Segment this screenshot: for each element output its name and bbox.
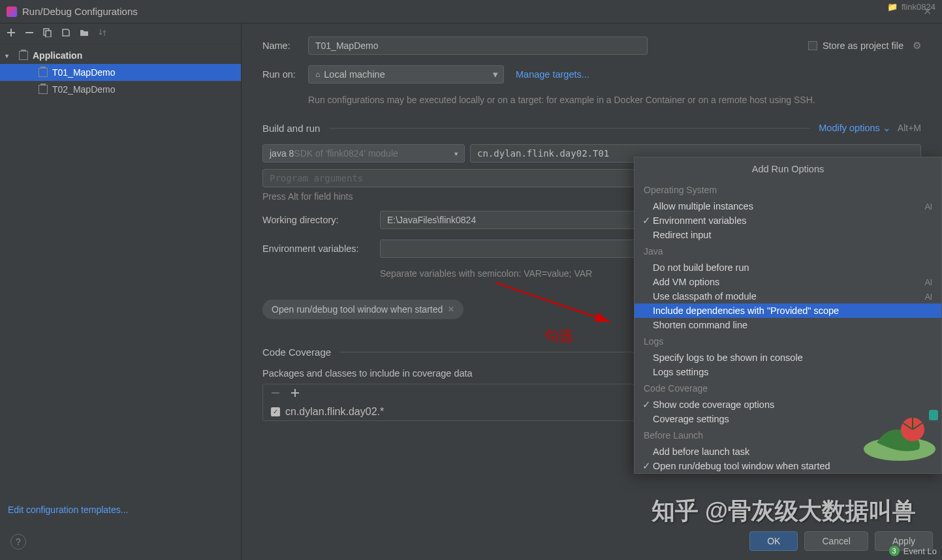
popup-item[interactable]: Include dependencies with "Provided" sco…	[635, 303, 941, 318]
add-icon[interactable]	[7, 28, 16, 39]
svg-rect-7	[291, 392, 299, 394]
modify-shortcut: Alt+M	[898, 123, 921, 133]
folder-icon[interactable]	[80, 28, 89, 39]
open-tool-window-chip: Open run/debug tool window when started …	[262, 300, 463, 319]
tree-root-application[interactable]: ▾ Application	[0, 47, 241, 64]
svg-rect-1	[7, 32, 15, 33]
popup-item-label: Allow multiple instances	[653, 201, 924, 211]
folder-icon: 📁	[887, 2, 898, 12]
popup-item-label: Do not build before run	[653, 262, 932, 273]
application-type-icon	[19, 51, 28, 60]
popup-item[interactable]: Redirect input	[635, 228, 941, 242]
sort-icon[interactable]	[98, 28, 107, 39]
sidebar-toolbar	[0, 23, 241, 44]
popup-item[interactable]: Allow multiple instancesAl	[635, 199, 941, 213]
popup-item[interactable]: ✓Show code coverage options	[635, 397, 941, 412]
env-label: Environment variables:	[262, 243, 380, 254]
popup-item-shortcut: Al	[924, 202, 932, 211]
edit-templates-link[interactable]: Edit configuration templates...	[8, 505, 128, 515]
popup-item[interactable]: Specify logs to be shown in console	[635, 350, 941, 365]
modify-options-link[interactable]: Modify options ⌄	[819, 123, 891, 133]
popup-item-label: Coverage settings	[653, 414, 932, 424]
popup-item-label: Include dependencies with "Provided" sco…	[653, 305, 932, 316]
popup-item-label: Specify logs to be shown in console	[653, 352, 932, 363]
popup-item-label: Shorten command line	[653, 320, 932, 330]
popup-item[interactable]: Add VM optionsAl	[635, 275, 941, 289]
popup-item[interactable]: Logs settings	[635, 365, 941, 379]
svg-rect-2	[25, 32, 33, 33]
add-run-options-popup: Add Run Options Operating SystemAllow mu…	[634, 157, 942, 474]
popup-item-label: Environment variables	[653, 215, 932, 226]
build-run-header: Build and run	[262, 123, 320, 134]
popup-item[interactable]: Use classpath of moduleAl	[635, 289, 941, 303]
expand-icon[interactable]: ▾	[5, 52, 14, 59]
working-dir-label: Working directory:	[262, 215, 380, 225]
intellij-icon	[7, 7, 17, 17]
run-on-select[interactable]: ⌂ Local machine	[308, 65, 504, 84]
popup-item-label: Show code coverage options	[653, 399, 932, 410]
popup-title: Add Run Options	[635, 157, 941, 181]
popup-group-header: Logs	[635, 332, 941, 350]
popup-item-label: Add VM options	[653, 277, 924, 287]
check-icon[interactable]: ✓	[271, 407, 280, 416]
code-coverage-header: Code Coverage	[262, 347, 331, 358]
ok-button[interactable]: OK	[749, 531, 798, 551]
application-icon	[39, 68, 48, 77]
popup-item-shortcut: Al	[924, 277, 932, 287]
sdk-select[interactable]: java 8 SDK of 'flink0824' module	[262, 144, 465, 163]
manage-targets-link[interactable]: Manage targets...	[516, 69, 589, 80]
popup-group-header: Operating System	[635, 181, 941, 199]
popup-item[interactable]: Do not build before run	[635, 260, 941, 275]
remove-icon[interactable]	[25, 28, 34, 39]
popup-item-label: Redirect input	[653, 230, 932, 240]
popup-item[interactable]: Shorten command line	[635, 318, 941, 332]
save-icon[interactable]	[61, 28, 71, 39]
check-icon: ✓	[640, 215, 653, 226]
coverage-add-icon[interactable]	[290, 388, 300, 399]
store-project-label: Store as project file	[823, 40, 903, 51]
popup-group-header: Code Coverage	[635, 379, 941, 397]
gear-icon[interactable]: ⚙	[913, 40, 921, 51]
popup-item-label: Use classpath of module	[653, 291, 924, 302]
run-on-label: Run on:	[262, 69, 308, 80]
cancel-button[interactable]: Cancel	[804, 531, 868, 551]
home-icon: ⌂	[315, 70, 320, 79]
dialog-title: Run/Debug Configurations	[22, 6, 919, 17]
event-log[interactable]: 3 Event Lo	[889, 546, 937, 556]
popup-item[interactable]: ✓Open run/debug tool window when started	[635, 459, 941, 473]
chevron-down-icon: ⌄	[883, 123, 891, 133]
chip-remove-icon[interactable]: ×	[448, 303, 454, 315]
check-icon: ✓	[640, 399, 653, 410]
run-on-hint: Run configurations may be executed local…	[308, 94, 921, 107]
event-badge: 3	[889, 546, 900, 556]
popup-item[interactable]: ✓Environment variables	[635, 213, 941, 228]
store-project-checkbox[interactable]	[808, 41, 817, 50]
titlebar: Run/Debug Configurations ✕	[0, 0, 942, 23]
svg-rect-4	[46, 31, 51, 37]
popup-item-label: Open run/debug tool window when started	[653, 461, 932, 471]
popup-item[interactable]: Add before launch task	[635, 444, 941, 459]
config-sidebar: ▾ Application T01_MapDemo T02_MapDemo Ed…	[0, 23, 242, 560]
tree-item-t01[interactable]: T01_MapDemo	[0, 64, 241, 81]
popup-item-label: Add before launch task	[653, 446, 932, 457]
help-icon[interactable]: ?	[10, 534, 26, 550]
application-icon	[39, 85, 48, 94]
svg-rect-5	[272, 392, 279, 394]
check-icon: ✓	[640, 461, 653, 471]
background-tab: 📁 flink0824	[881, 0, 942, 13]
coverage-remove-icon[interactable]	[271, 388, 280, 399]
popup-item[interactable]: Coverage settings	[635, 412, 941, 426]
copy-icon[interactable]	[43, 28, 52, 39]
name-input[interactable]	[308, 37, 648, 55]
popup-item-label: Logs settings	[653, 367, 932, 377]
popup-group-header: Before Launch	[635, 426, 941, 444]
popup-item-shortcut: Al	[924, 292, 932, 302]
name-label: Name:	[262, 40, 308, 51]
popup-group-header: Java	[635, 242, 941, 260]
tree-item-t02[interactable]: T02_MapDemo	[0, 81, 241, 98]
